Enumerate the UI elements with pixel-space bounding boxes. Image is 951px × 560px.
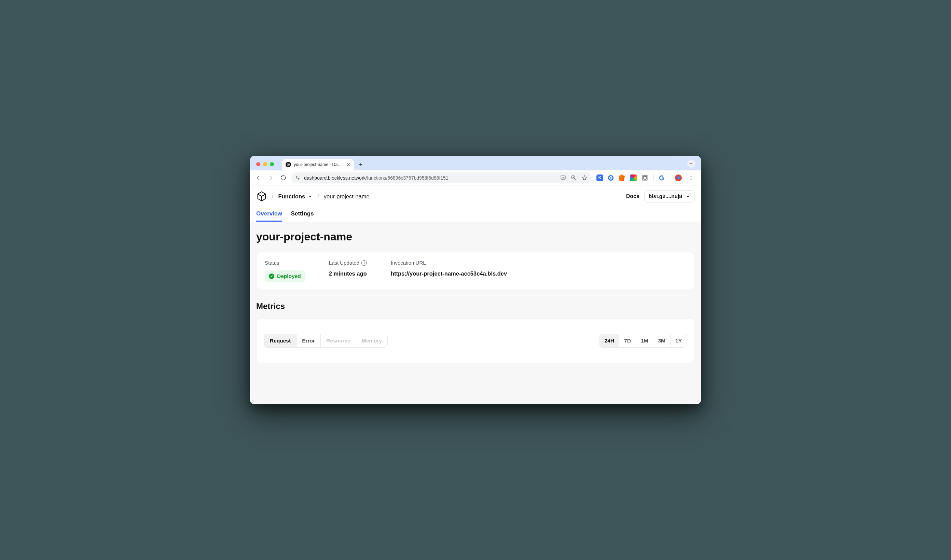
- browser-tab[interactable]: your-project-name - Dashboard ✕: [282, 159, 354, 171]
- tab-favicon: [286, 162, 291, 167]
- chevron-down-icon: [308, 194, 312, 199]
- invocation-url-value[interactable]: https://your-project-name-acc53c4a.bls.d…: [391, 271, 507, 277]
- url-host: dashboard.blockless.network: [304, 175, 366, 181]
- status-badge: ✓ Deployed: [265, 271, 305, 282]
- profile-avatar-icon[interactable]: [675, 174, 682, 181]
- extension-k-icon[interactable]: K: [596, 174, 603, 181]
- browser-window: your-project-name - Dashboard ✕ + dashbo…: [250, 156, 701, 404]
- invocation-url-label: Invocation URL: [391, 260, 507, 266]
- check-circle-icon: ✓: [269, 274, 274, 279]
- tabs-overflow-button[interactable]: [687, 160, 696, 168]
- metric-tab-resource[interactable]: Resource: [321, 334, 356, 347]
- window-minimize-button[interactable]: [263, 162, 267, 166]
- nav-reload-button[interactable]: [279, 174, 288, 182]
- breadcrumb-separator: /: [317, 193, 319, 199]
- svg-point-4: [691, 176, 692, 177]
- site-settings-icon[interactable]: [295, 175, 301, 181]
- page-tabs: Overview Settings: [250, 207, 701, 222]
- metrics-time-segment: 24H 7D 1M 3M 1Y: [600, 334, 687, 348]
- time-7d[interactable]: 7D: [619, 334, 636, 347]
- docs-link[interactable]: Docs: [626, 193, 639, 199]
- last-updated-value: 2 minutes ago: [329, 271, 367, 277]
- svg-point-5: [691, 177, 692, 178]
- window-controls: [254, 162, 277, 171]
- project-title: your-project-name: [256, 231, 695, 243]
- wallet-address-short: bls1g2....nuj8: [649, 193, 682, 199]
- status-value: Deployed: [277, 273, 301, 279]
- time-1m[interactable]: 1M: [636, 334, 654, 347]
- breadcrumb-functions[interactable]: Functions: [278, 193, 312, 200]
- metrics-heading: Metrics: [256, 302, 695, 311]
- toolbar-divider: [653, 174, 654, 181]
- last-updated-label-text: Last Updated: [329, 260, 359, 266]
- profile-google-icon[interactable]: [658, 174, 665, 181]
- metric-tab-request[interactable]: Request: [265, 334, 297, 347]
- extension-prism-icon[interactable]: [630, 174, 637, 181]
- svg-point-1: [298, 178, 299, 179]
- invocation-url-column: Invocation URL https://your-project-name…: [391, 260, 507, 282]
- breadcrumb-separator: /: [272, 193, 273, 199]
- app-header: / Functions / your-project-name Docs bls…: [250, 185, 701, 207]
- info-icon[interactable]: i: [362, 260, 367, 266]
- tab-title: your-project-name - Dashboard: [294, 162, 344, 167]
- browser-toolbar: dashboard.blockless.network/functions/66…: [250, 171, 701, 185]
- nav-back-button[interactable]: [254, 174, 263, 182]
- extension-icons: K: [595, 174, 697, 182]
- chevron-down-icon: [686, 194, 690, 199]
- extension-metamask-icon[interactable]: [618, 174, 625, 181]
- new-tab-button[interactable]: +: [356, 160, 366, 169]
- address-bar[interactable]: dashboard.blockless.network/functions/66…: [291, 172, 592, 183]
- breadcrumb-functions-label: Functions: [278, 193, 305, 200]
- window-close-button[interactable]: [256, 162, 260, 166]
- svg-point-0: [296, 177, 297, 178]
- url-path: /functions/66896c3757bd958f6d88f151: [366, 175, 448, 181]
- time-24h[interactable]: 24H: [600, 334, 619, 347]
- status-label: Status: [265, 260, 305, 266]
- window-maximize-button[interactable]: [270, 162, 274, 166]
- install-app-icon[interactable]: [560, 175, 566, 181]
- toolbar-divider: [670, 174, 670, 181]
- zoom-icon[interactable]: [571, 175, 577, 181]
- metrics-card: Request Error Resource Memory 24H 7D 1M …: [256, 318, 695, 363]
- breadcrumb-project-label: your-project-name: [324, 193, 369, 200]
- extensions-menu-icon[interactable]: [642, 174, 648, 181]
- last-updated-column: Last Updated i 2 minutes ago: [329, 260, 367, 282]
- metrics-type-segment: Request Error Resource Memory: [264, 334, 388, 348]
- dashboard-app: / Functions / your-project-name Docs bls…: [250, 185, 701, 404]
- blockless-logo-icon[interactable]: [256, 191, 267, 202]
- project-info-card: Status ✓ Deployed Last Updated i 2 minut…: [256, 252, 695, 290]
- status-column: Status ✓ Deployed: [265, 260, 305, 282]
- last-updated-label: Last Updated i: [329, 260, 367, 266]
- nav-forward-button[interactable]: [266, 174, 275, 182]
- wallet-selector[interactable]: bls1g2....nuj8: [644, 190, 695, 203]
- browser-menu-button[interactable]: [686, 174, 696, 182]
- time-3m[interactable]: 3M: [653, 334, 671, 347]
- metric-tab-error[interactable]: Error: [297, 334, 321, 347]
- svg-point-6: [691, 179, 692, 180]
- bookmark-star-icon[interactable]: [582, 175, 588, 181]
- tab-overview[interactable]: Overview: [256, 210, 282, 222]
- tab-settings[interactable]: Settings: [291, 210, 314, 222]
- browser-tabstrip: your-project-name - Dashboard ✕ +: [250, 156, 701, 171]
- breadcrumb-project[interactable]: your-project-name: [324, 193, 369, 200]
- address-url: dashboard.blockless.network/functions/66…: [304, 175, 557, 181]
- page-body: your-project-name Status ✓ Deployed Last…: [250, 222, 701, 404]
- extension-target-icon[interactable]: [608, 175, 614, 181]
- time-1y[interactable]: 1Y: [671, 334, 686, 347]
- metric-tab-memory[interactable]: Memory: [356, 334, 387, 347]
- tab-close-button[interactable]: ✕: [346, 162, 351, 167]
